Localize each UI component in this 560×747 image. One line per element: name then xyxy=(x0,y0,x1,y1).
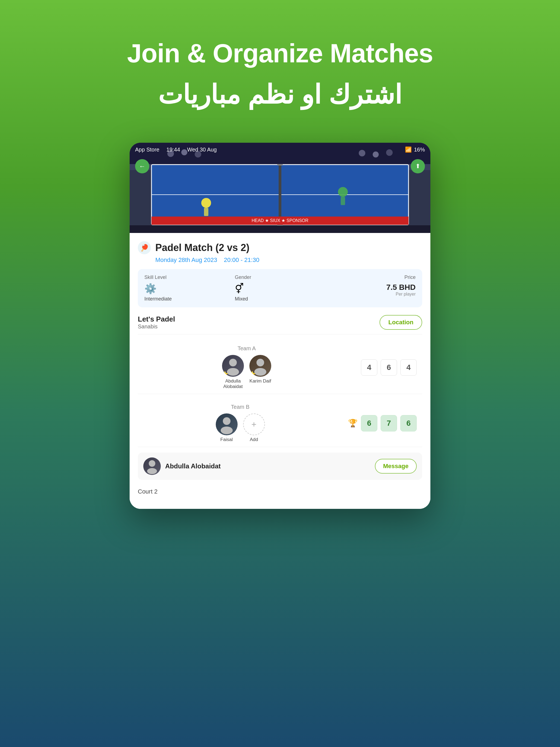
organizer-avatar xyxy=(143,458,161,475)
message-button[interactable]: Message xyxy=(375,459,417,473)
team-b-info: Team B Faisal + Add xyxy=(138,404,342,442)
svg-rect-12 xyxy=(341,197,345,205)
svg-point-28 xyxy=(223,417,230,425)
gender-value: Mixed xyxy=(235,296,325,302)
match-time: 20:00 - 21:30 xyxy=(224,256,259,263)
team-a-section: Team A ⭐ AbdullaAlobaidat xyxy=(138,341,422,394)
gender-label: Gender xyxy=(235,275,325,280)
score-b-1: 6 xyxy=(361,415,377,432)
headline-arabic: اشترك او نظم مباريات xyxy=(158,79,402,110)
player-karim-name: Karim Daif xyxy=(249,379,271,384)
avatar-faisal xyxy=(216,413,238,435)
skill-level-value: Intermediate xyxy=(144,296,235,302)
app-store-label: App Store xyxy=(135,147,159,153)
skill-level-card: Skill Level ⚙️ Intermediate xyxy=(144,275,235,302)
location-row: Let's Padel Sanabis Location xyxy=(138,314,422,334)
team-b-scores: 🏆 6 7 6 xyxy=(342,415,422,432)
organizer-row: Abdulla Alobaidat Message xyxy=(138,453,422,480)
player-add-label: Add xyxy=(250,437,258,442)
score-a-2: 6 xyxy=(381,359,397,376)
team-a-label: Team A xyxy=(138,345,355,352)
svg-text:HEAD  ★  SIUX  ★  SPONSOR: HEAD ★ SIUX ★ SPONSOR xyxy=(252,218,308,223)
content-area: 🏓 Padel Match (2 vs 2) Monday 28th Aug 2… xyxy=(130,233,430,509)
wifi-icon: 📶 xyxy=(405,146,412,153)
team-b-section: Team B Faisal + Add xyxy=(138,400,422,447)
match-title: Padel Match (2 vs 2) xyxy=(155,242,249,254)
headline-english: Join & Organize Matches xyxy=(127,38,433,68)
svg-point-27 xyxy=(254,368,266,376)
gender-icon: ⚥ xyxy=(235,283,325,294)
svg-rect-10 xyxy=(204,208,208,216)
venue-area: Sanabis xyxy=(138,324,175,330)
skill-icon: ⚙️ xyxy=(144,283,235,294)
player-abdulla-name: AbdullaAlobaidat xyxy=(223,379,243,389)
status-date: Wed 30 Aug xyxy=(187,147,217,153)
court-info: Court 2 xyxy=(138,485,422,498)
player-faisal: Faisal xyxy=(216,413,238,442)
avatar-abdulla: ⭐ xyxy=(222,355,244,377)
team-a-players: ⭐ AbdullaAlobaidat ⭐ Karim Daif xyxy=(138,355,355,389)
status-left: App Store 19:44 Wed 30 Aug xyxy=(135,147,217,153)
organizer-info: Abdulla Alobaidat xyxy=(143,458,221,475)
back-button[interactable]: ← xyxy=(135,159,149,173)
score-b-3: 6 xyxy=(400,415,417,432)
price-amount: 7.5 BHD xyxy=(325,283,416,292)
svg-point-9 xyxy=(201,198,211,208)
info-row: Skill Level ⚙️ Intermediate Gender ⚥ Mix… xyxy=(138,269,422,307)
svg-point-31 xyxy=(147,468,157,474)
gender-card: Gender ⚥ Mixed xyxy=(235,275,325,302)
battery-label: 16% xyxy=(414,147,425,153)
svg-point-11 xyxy=(338,187,348,197)
padel-icon: 🏓 xyxy=(138,241,151,254)
svg-point-30 xyxy=(149,460,155,467)
status-bar: App Store 19:44 Wed 30 Aug 📶 16% xyxy=(130,143,430,156)
svg-point-25 xyxy=(227,368,239,376)
score-b-2: 7 xyxy=(381,415,397,432)
add-player-button[interactable]: + xyxy=(243,413,265,435)
match-header: 🏓 Padel Match (2 vs 2) xyxy=(138,241,422,254)
status-time: 19:44 xyxy=(167,147,180,153)
player-karim: ⭐ Karim Daif xyxy=(249,355,271,389)
price-per: Per player xyxy=(325,292,416,297)
price-card: Price 7.5 BHD Per player xyxy=(325,275,416,302)
player-faisal-name: Faisal xyxy=(221,437,233,442)
svg-point-24 xyxy=(229,359,237,366)
player-add[interactable]: + Add xyxy=(243,413,265,442)
svg-point-29 xyxy=(221,427,233,434)
score-a-1: 4 xyxy=(361,359,377,376)
match-datetime: Monday 28th Aug 2023 20:00 - 21:30 xyxy=(155,256,422,264)
badge-karim: ⭐ xyxy=(249,371,256,377)
price-label: Price xyxy=(325,275,416,280)
phone-mockup: App Store 19:44 Wed 30 Aug 📶 16% xyxy=(130,143,430,509)
phone-screen: App Store 19:44 Wed 30 Aug 📶 16% xyxy=(130,143,430,509)
score-a-3: 4 xyxy=(400,359,417,376)
avatar-karim: ⭐ xyxy=(249,355,271,377)
location-button[interactable]: Location xyxy=(380,315,422,330)
trophy-icon: 🏆 xyxy=(348,419,358,428)
svg-point-26 xyxy=(256,359,264,366)
status-right: 📶 16% xyxy=(405,146,425,153)
team-a-scores: 4 6 4 xyxy=(355,359,422,376)
team-a-info: Team A ⭐ AbdullaAlobaidat xyxy=(138,345,355,389)
venue-details: Let's Padel Sanabis xyxy=(138,315,175,330)
badge-abdulla: ⭐ xyxy=(222,371,228,377)
organizer-name: Abdulla Alobaidat xyxy=(165,462,221,470)
svg-rect-6 xyxy=(279,164,281,225)
skill-level-label: Skill Level xyxy=(144,275,235,280)
venue-name: Let's Padel xyxy=(138,315,175,324)
player-abdulla: ⭐ AbdullaAlobaidat xyxy=(222,355,244,389)
team-b-players: Faisal + Add xyxy=(138,413,342,442)
court-image: App Store 19:44 Wed 30 Aug 📶 16% xyxy=(130,143,430,233)
share-button[interactable]: ⬆ xyxy=(411,159,425,173)
match-date: Monday 28th Aug 2023 xyxy=(155,256,217,263)
team-b-label: Team B xyxy=(138,404,342,410)
svg-rect-14 xyxy=(408,164,430,225)
